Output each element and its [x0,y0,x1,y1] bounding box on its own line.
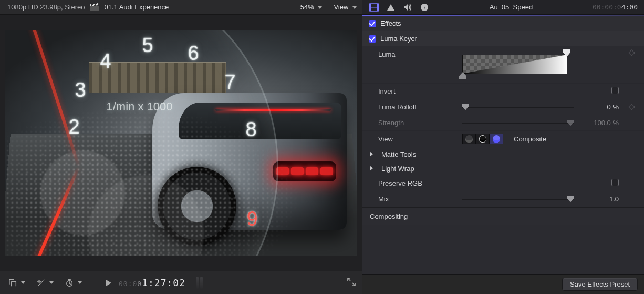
view-mode-value: Composite [514,135,546,143]
keyframe-icon[interactable] [628,49,635,56]
compositing-section-header[interactable]: Compositing [362,207,644,225]
param-invert: Invert [362,84,644,99]
param-mix-label: Mix [378,195,457,203]
param-preserve-rgb-label: Preserve RGB [378,179,457,187]
effects-section-header[interactable]: Effects [362,16,644,31]
clapperboard-icon[interactable] [90,4,99,11]
inspector-tab-bar: i Au_05_Speed 00:00:04:00 [362,0,644,15]
luma-keyer-header[interactable]: Luma Keyer [362,31,644,46]
effects-enable-checkbox[interactable] [369,20,376,27]
effects-header-label: Effects [380,19,401,27]
param-luma-rolloff: Luma Rolloff 0 % [362,99,644,115]
fullscreen-button[interactable] [347,278,356,288]
luma-keyer-title: Luma Keyer [380,35,417,43]
param-rolloff-label: Luma Rolloff [378,103,457,111]
param-mix: Mix 1.0 [362,191,644,207]
view-dropdown[interactable]: View [334,3,357,11]
invert-checkbox[interactable] [611,87,619,94]
param-luma-label: Luma [378,50,457,58]
inspector-body: Effects Luma Keyer Luma Invert [362,16,644,274]
view-mode-composite[interactable] [490,134,503,144]
chevron-down-icon [352,6,357,9]
matte-tools-label: Matte Tools [381,150,416,158]
param-invert-label: Invert [378,87,457,95]
info-inspector-tab[interactable]: i [419,3,430,12]
strength-slider [462,119,574,127]
param-strength-label: Strength [378,119,457,127]
color-inspector-tab[interactable] [386,3,396,12]
param-view: View Composite [362,131,644,147]
param-strength: Strength 100.0 % [362,115,644,131]
playhead-timecode[interactable]: 00:001:27:02 [119,277,185,288]
matte-tools-group[interactable]: Matte Tools [362,147,644,161]
zoom-dropdown[interactable]: 54% [300,3,323,11]
luma-gradient-control[interactable] [462,50,567,78]
keyframe-icon[interactable] [628,104,635,110]
viewer-pane: 1080p HD 23.98p, Stereo 01.1 Audi Experi… [0,0,362,294]
view-dropdown-label: View [334,3,348,11]
luma-keyer-enable-checkbox[interactable] [369,35,376,43]
disclosure-triangle-icon[interactable] [370,165,377,173]
view-mode-original[interactable] [462,134,476,144]
project-title: 01.1 Audi Experience [104,3,169,11]
audio-meter [196,277,203,289]
inspector-footer: Save Effects Preset [362,274,644,294]
video-inspector-tab[interactable] [369,3,379,12]
mix-slider[interactable] [462,195,574,204]
clip-duration: 00:00:04:00 [593,3,638,11]
audio-inspector-tab[interactable] [402,3,413,12]
view-mode-selector[interactable] [462,134,503,144]
mix-value[interactable]: 1.0 [579,195,621,203]
clip-name: Au_05_Speed [436,3,586,11]
video-frame: 1/min x 1000 2 3 4 5 6 7 8 9 [5,30,357,256]
param-view-label: View [378,135,457,143]
preserve-rgb-checkbox[interactable] [611,179,619,186]
svg-text:i: i [423,4,425,11]
media-format-label: 1080p HD 23.98p, Stereo [7,3,85,11]
viewer-top-bar: 1080p HD 23.98p, Stereo 01.1 Audi Experi… [0,0,362,15]
chevron-down-icon [78,281,82,284]
chevron-down-icon [49,281,54,284]
chevron-down-icon [21,281,25,284]
zoom-value: 54% [300,3,314,11]
strength-value: 100.0 [594,119,611,127]
viewer-bottom-bar: 00:001:27:02 [0,271,362,294]
rolloff-slider[interactable] [462,103,574,111]
disclosure-triangle-icon[interactable] [370,150,377,158]
light-wrap-label: Light Wrap [381,165,414,173]
retime-tool-dropdown[interactable] [63,277,84,289]
play-button[interactable] [106,280,111,286]
compositing-label: Compositing [370,212,408,220]
rolloff-value[interactable]: 0 [607,103,611,111]
crop-tool-dropdown[interactable] [6,277,27,289]
param-luma: Luma [362,46,644,84]
save-effects-preset-button[interactable]: Save Effects Preset [562,278,638,291]
param-preserve-rgb: Preserve RGB [362,176,644,191]
chevron-down-icon [318,6,322,9]
inspector-pane: i Au_05_Speed 00:00:04:00 Effects Luma K… [362,0,644,294]
viewer-canvas[interactable]: 1/min x 1000 2 3 4 5 6 7 8 9 [0,15,362,271]
light-wrap-group[interactable]: Light Wrap [362,161,644,176]
enhance-tool-dropdown[interactable] [35,277,56,289]
view-mode-matte[interactable] [476,134,490,144]
